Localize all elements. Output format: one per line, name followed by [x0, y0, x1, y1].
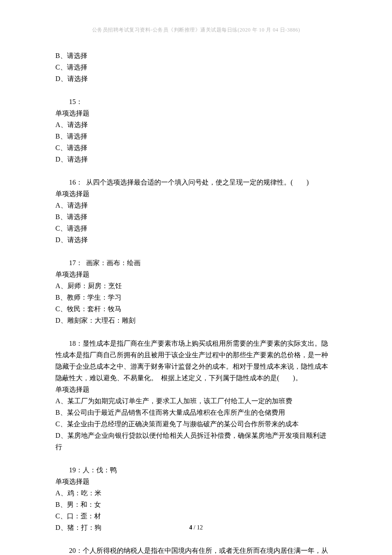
page: 公务员招聘考试复习资料-公务员《判断推理》通关试题每日练(2020 年 10 月…	[0, 0, 392, 555]
q17-option-d: D、雕刻家：大理石：雕刻	[55, 315, 337, 326]
q15-number: 15：	[55, 96, 337, 107]
q19-stem: 19：人：伐：鸭	[55, 464, 337, 476]
q15-option-c: C、请选择	[55, 142, 337, 153]
q16-type: 单项选择题	[55, 188, 337, 199]
q17-option-c: C、牧民：套杆：牧马	[55, 303, 337, 315]
page-footer: 4 / 12	[0, 524, 392, 531]
q16-option-c: C、请选择	[55, 223, 337, 234]
q16-option-d: D、请选择	[55, 234, 337, 246]
q15-option-d: D、请选择	[55, 153, 337, 165]
q19-type: 单项选择题	[55, 476, 337, 487]
q19-option-c: C、口：歪：材	[55, 510, 337, 522]
q14-option-b: B、请选择	[55, 50, 337, 61]
spacer	[55, 453, 337, 464]
q16-stem: 16： 从四个选项选择最合适的一个填入问号处，使之呈现一定的规律性。( )	[55, 176, 337, 188]
q17-option-a: A、厨师：厨房：烹饪	[55, 280, 337, 292]
q15-option-b: B、请选择	[55, 130, 337, 142]
q18-option-b: B、某公司由于最近产品销售不佳而将大量成品堆积在仓库所产生的仓储费用	[55, 407, 337, 418]
q18-option-d-l2: 行	[55, 441, 337, 453]
spacer	[55, 533, 337, 545]
page-header: 公务员招聘考试复习资料-公务员《判断推理》通关试题每日练(2020 年 10 月…	[55, 26, 337, 34]
q15-type: 单项选择题	[55, 107, 337, 119]
q18-option-d-l1: D、某房地产企业向银行贷款以便付给相关人员拆迁补偿费，确保某房地产开发项目顺利进	[55, 430, 337, 441]
q16-option-b: B、请选择	[55, 211, 337, 223]
q18-option-c: C、某企业由于总经理的正确决策而避免了与濒临破产的某公司合作所带来的成本	[55, 418, 337, 430]
content-body: B、请选择 C、请选择 D、请选择 15： 单项选择题 A、请选择 B、请选择 …	[55, 50, 337, 555]
q14-option-d: D、请选择	[55, 73, 337, 84]
q18-stem-l3: 隐藏于企业总成本之中、游离于财务审计监督之外的成本。相对于显性成本来说，隐性成本	[55, 361, 337, 372]
q19-option-a: A、鸡：吃：米	[55, 487, 337, 499]
q17-stem: 17： 画家：画布：绘画	[55, 257, 337, 269]
q17-type: 单项选择题	[55, 269, 337, 280]
q18-type: 单项选择题	[55, 384, 337, 395]
spacer	[55, 326, 337, 338]
spacer	[55, 246, 337, 257]
spacer	[55, 84, 337, 96]
q17-option-b: B、教师：学生：学习	[55, 292, 337, 303]
q14-option-c: C、请选择	[55, 61, 337, 73]
q18-stem-l2: 性成本是指厂商自己所拥有的且被用于该企业生产过程中的那些生产要素的总价格，是一种	[55, 349, 337, 361]
q20-stem: 20：个人所得税的纳税人是指在中国境内有住所，或者无住所而在境内居住满一年，从	[55, 545, 337, 555]
q19-option-b: B、男：和：女	[55, 499, 337, 510]
page-current: 4	[189, 524, 192, 531]
q18-stem-l4: 隐蔽性大，难以避免、不易量化。 根据上述定义，下列属于隐性成本的是( )。	[55, 372, 337, 384]
q18-option-a: A、某工厂为如期完成订单生产，要求工人加班，该工厂付给工人一定的加班费	[55, 395, 337, 407]
q18-stem-l1: 18：显性成本是指厂商在生产要素市场上购买或租用所需要的生产要素的实际支出。隐	[55, 338, 337, 349]
page-sep: /	[192, 524, 197, 531]
q15-option-a: A、请选择	[55, 119, 337, 130]
page-total: 12	[197, 524, 203, 531]
q16-option-a: A、请选择	[55, 199, 337, 211]
spacer	[55, 165, 337, 176]
